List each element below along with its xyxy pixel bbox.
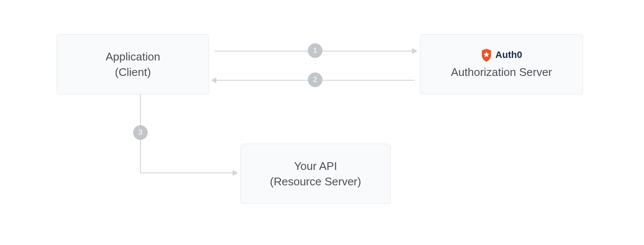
authserver-title: Authorization Server	[451, 64, 552, 80]
auth0-logo-label: Auth0	[495, 48, 522, 62]
api-box: Your API (Resource Server)	[240, 144, 391, 204]
auth0-shield-icon	[481, 49, 492, 62]
client-subtitle: (Client)	[115, 64, 151, 80]
auth0-logo-row: Auth0	[481, 48, 522, 62]
step-badge-3: 3	[133, 125, 148, 140]
authserver-box: Auth0 Authorization Server	[420, 34, 583, 94]
api-subtitle: (Resource Server)	[270, 174, 361, 189]
client-box: Application (Client)	[57, 34, 209, 94]
api-title: Your API	[294, 158, 337, 174]
step-badge-2: 2	[308, 73, 322, 87]
client-title: Application	[106, 49, 160, 64]
step-badge-1: 1	[308, 43, 322, 58]
